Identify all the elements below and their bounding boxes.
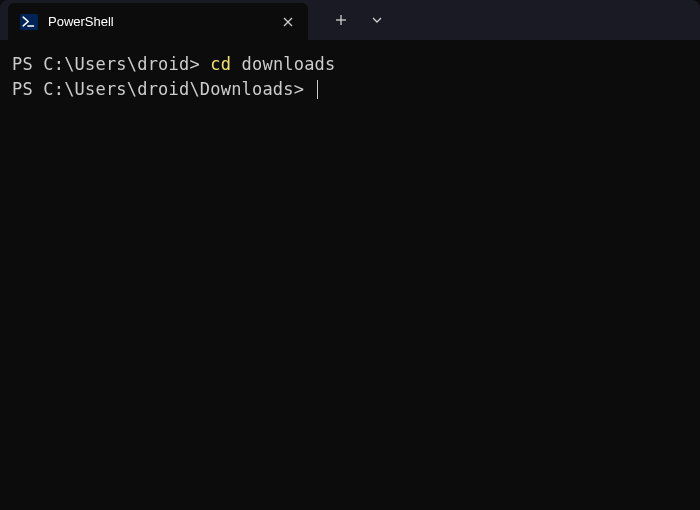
new-tab-button[interactable] xyxy=(324,0,358,40)
title-actions xyxy=(308,0,394,40)
titlebar: PowerShell xyxy=(0,0,700,40)
command-text: cd xyxy=(210,54,231,74)
plus-icon xyxy=(335,14,347,26)
terminal-line: PS C:\Users\droid> cd downloads xyxy=(12,52,688,77)
tab-dropdown-button[interactable] xyxy=(360,0,394,40)
close-icon xyxy=(283,17,293,27)
powershell-icon xyxy=(20,13,38,31)
chevron-down-icon xyxy=(371,14,383,26)
tab-title: PowerShell xyxy=(48,14,268,29)
close-tab-button[interactable] xyxy=(278,12,298,32)
terminal-body[interactable]: PS C:\Users\droid> cd downloads PS C:\Us… xyxy=(0,40,700,113)
command-arg: downloads xyxy=(242,54,336,74)
prompt-text: PS C:\Users\droid\Downloads> xyxy=(12,79,304,99)
prompt-text: PS C:\Users\droid> xyxy=(12,54,200,74)
terminal-line: PS C:\Users\droid\Downloads> xyxy=(12,77,688,102)
svg-rect-0 xyxy=(20,14,38,30)
text-cursor xyxy=(317,80,318,99)
active-tab[interactable]: PowerShell xyxy=(8,3,308,40)
